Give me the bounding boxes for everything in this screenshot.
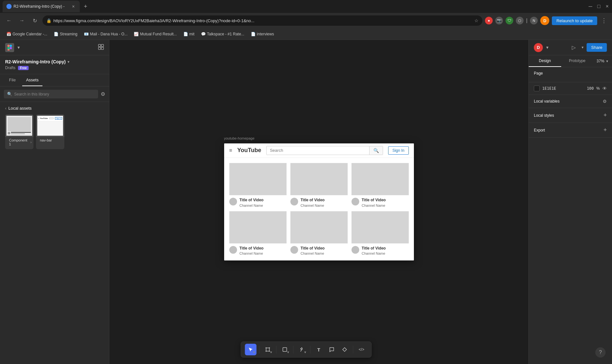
minimize-button[interactable]: ─	[588, 4, 593, 9]
shape-tool-button[interactable]: ▼	[279, 344, 290, 355]
extension-icon-2[interactable]: 📷	[495, 17, 503, 24]
page-color-hex[interactable]: 1E1E1E	[542, 86, 584, 91]
youtube-search-bar[interactable]: 🔍	[266, 146, 383, 155]
nav-bar: ← → ↻ 🔒 https://www.figma.com/design/BAO…	[0, 13, 612, 28]
local-styles-section[interactable]: Local styles +	[529, 108, 612, 123]
svg-rect-1	[10, 45, 12, 47]
component-tool-button[interactable]	[339, 344, 350, 355]
video-card-6[interactable]: Title of Video Channel Name	[352, 211, 409, 256]
bookmark-mit-icon: 📄	[183, 32, 188, 36]
zoom-control[interactable]: 37% ▼	[593, 55, 612, 67]
project-name[interactable]: R2-Wireframing-Intro (Copy) ▼	[5, 59, 104, 64]
sign-in-button[interactable]: Sign In	[388, 146, 408, 155]
share-button[interactable]: Share	[587, 43, 607, 52]
bookmark-talkspace[interactable]: 💬 Talkspace - #1 Rate...	[198, 31, 247, 38]
forward-button[interactable]: →	[17, 15, 27, 26]
export-add-icon[interactable]: +	[603, 127, 607, 133]
close-button[interactable]: ×	[605, 4, 609, 9]
bookmark-streaming-icon: 📄	[54, 32, 59, 36]
video-card-info-3: Title of Video Channel Name	[352, 198, 409, 207]
code-tool-button[interactable]: </>	[356, 344, 367, 355]
filter-icon[interactable]: ⚙	[101, 91, 105, 97]
bookmark-google-calendar[interactable]: 📅 Google Calendar -...	[4, 31, 50, 38]
play-button[interactable]: ▷	[569, 43, 578, 52]
extension-icon-4[interactable]: ⬡	[516, 17, 524, 24]
local-styles-add-icon[interactable]: +	[603, 112, 607, 119]
channel-avatar-3	[352, 198, 359, 205]
pen-tool-button[interactable]: ▼	[296, 344, 307, 355]
video-card-3[interactable]: Title of Video Channel Name	[352, 163, 409, 207]
relaunch-button[interactable]: Relaunch to update	[552, 16, 597, 25]
local-variables-settings-icon[interactable]: ⚙	[603, 99, 607, 104]
select-tool-button[interactable]: ▼	[245, 344, 256, 355]
extension-icon-5[interactable]: N	[530, 17, 538, 24]
video-texts-1: Title of Video Channel Name	[240, 198, 287, 207]
bookmark-mail[interactable]: 📧 Mail - Dana Hua - O...	[81, 31, 130, 38]
youtube-search-input[interactable]	[267, 146, 369, 154]
page-section-title: Page	[534, 71, 607, 76]
back-button[interactable]: ←	[4, 15, 14, 26]
window-controls: ─ □ ×	[588, 4, 609, 9]
youtube-logo: YouTube	[237, 147, 261, 154]
text-tool-button[interactable]: T	[313, 344, 324, 355]
channel-name-4: Channel Name	[240, 251, 287, 255]
help-button[interactable]: ?	[595, 347, 606, 358]
export-title: Export	[534, 128, 545, 132]
local-variables-section[interactable]: Local variables ⚙	[529, 95, 612, 108]
component-card-navbar[interactable]: ≡ YouTube Sign In nav-bar	[36, 114, 64, 149]
comment-tool-button[interactable]	[326, 344, 337, 355]
profile-icon[interactable]: D	[540, 16, 549, 25]
search-icon: 🔍	[7, 92, 12, 96]
svg-rect-2	[7, 47, 10, 49]
search-input-wrap[interactable]: 🔍 Search in this library	[4, 90, 98, 98]
active-tab[interactable]: R2-Wireframing-Intro (Copy) - ×	[3, 1, 80, 12]
sidebar-tabs: File Assets	[0, 74, 109, 86]
shape-tool-chevron-icon: ▼	[287, 350, 290, 354]
tab-file[interactable]: File	[5, 74, 20, 86]
video-thumbnail-4	[229, 211, 287, 243]
video-card-1[interactable]: Title of Video Channel Name	[229, 163, 287, 207]
video-title-1: Title of Video	[240, 198, 287, 203]
extension-icon-1[interactable]: ●	[485, 17, 493, 24]
frame-tool-button[interactable]: ▼	[262, 344, 273, 355]
bookmark-streaming[interactable]: 📄 Streaming	[51, 31, 80, 38]
component-card-1[interactable]: Component 1 ›	[5, 114, 33, 149]
tab-assets[interactable]: Assets	[22, 74, 42, 86]
youtube-search-button[interactable]: 🔍	[369, 146, 383, 155]
new-tab-button[interactable]: +	[81, 2, 90, 11]
frame-label: youtube-homepage	[224, 136, 255, 140]
left-sidebar: ▼ R2-Wireframing-Intro (Copy) ▼ Drafts F…	[0, 40, 109, 364]
bookmark-mit[interactable]: 📄 mit	[181, 31, 197, 38]
browser-menu-button[interactable]: ⋮	[600, 17, 608, 24]
extension-icon-3[interactable]: 🛡	[506, 17, 513, 24]
tab-design[interactable]: Design	[529, 55, 561, 67]
video-card-2[interactable]: Title of Video Channel Name	[290, 163, 348, 207]
export-section[interactable]: Export +	[529, 123, 612, 138]
bookmark-interviews[interactable]: 📄 interviews	[248, 31, 277, 38]
hamburger-icon[interactable]: ≡	[229, 148, 232, 153]
chevron-down-icon[interactable]: ▼	[17, 45, 21, 50]
tab-prototype[interactable]: Prototype	[561, 55, 594, 67]
page-color-opacity[interactable]: 100	[587, 86, 594, 91]
address-bar[interactable]: 🔒 https://www.figma.com/design/BAOVIoRY2…	[42, 15, 482, 26]
reload-button[interactable]: ↻	[30, 15, 40, 26]
local-assets-header[interactable]: ‹ Local assets	[5, 106, 104, 111]
toolbar-divider-1	[259, 346, 259, 353]
bookmark-mutual-fund[interactable]: 📈 Mutual Fund Result...	[131, 31, 179, 38]
tab-close-button[interactable]: ×	[71, 4, 76, 9]
canvas[interactable]: youtube-homepage ≡ YouTube 🔍 Sign In	[109, 40, 528, 364]
sidebar-layout-icon[interactable]	[98, 44, 104, 51]
bookmark-streaming-label: Streaming	[60, 32, 78, 36]
video-card-5[interactable]: Title of Video Channel Name	[290, 211, 348, 256]
video-card-4[interactable]: Title of Video Channel Name	[229, 211, 287, 256]
figma-logo[interactable]	[5, 43, 14, 52]
rs-avatar-chevron-icon[interactable]: ▼	[545, 45, 549, 50]
maximize-button[interactable]: □	[597, 4, 601, 9]
page-color-swatch[interactable]	[534, 86, 540, 91]
bookmark-talkspace-icon: 💬	[201, 32, 206, 36]
user-avatar[interactable]: D	[534, 43, 543, 52]
navbar-label: nav-bar	[38, 137, 54, 143]
play-chevron-icon[interactable]: ▼	[581, 46, 584, 49]
eye-icon[interactable]: 👁	[602, 86, 607, 91]
toolbar-divider-4	[310, 346, 310, 353]
